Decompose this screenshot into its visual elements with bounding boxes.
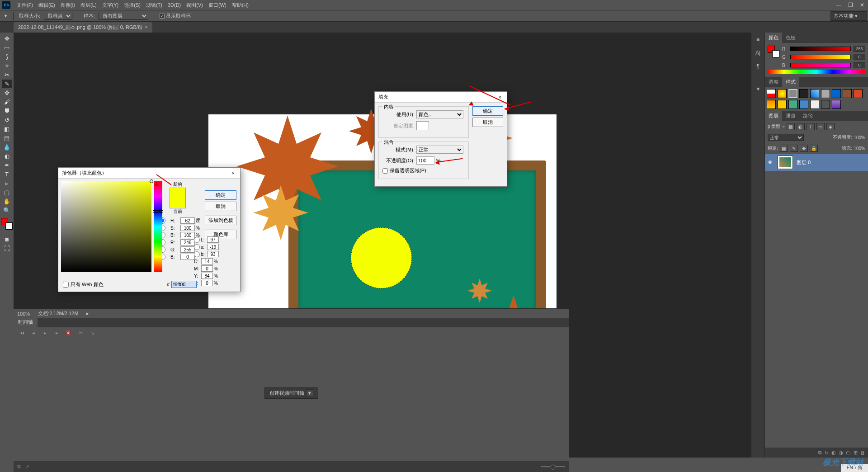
brushes-panel-icon[interactable]: ✦ (753, 84, 763, 94)
blend-mode-dropdown[interactable]: 正常 (768, 134, 804, 141)
close-icon[interactable]: × (230, 170, 236, 176)
healing-tool[interactable]: ✜ (2, 89, 12, 97)
tab-color[interactable]: 颜色 (765, 33, 782, 43)
workspace-mode-dropdown[interactable]: 基本功能 ▾ (830, 11, 867, 21)
style-swatch[interactable] (778, 100, 787, 109)
style-swatch[interactable] (799, 89, 808, 98)
filter-type-icon[interactable]: T (807, 123, 815, 130)
b-slider[interactable] (790, 63, 851, 67)
prev-frame-icon[interactable]: ◂ (30, 330, 37, 336)
filter-pixel-icon[interactable]: ▦ (787, 123, 795, 130)
lock-all-icon[interactable]: 🔒 (810, 145, 818, 152)
hue-slider[interactable] (154, 181, 162, 272)
tab-layers[interactable]: 图层 (765, 111, 782, 121)
g-slider[interactable] (790, 55, 851, 59)
screen-mode-toggle[interactable]: ⛶ (2, 244, 12, 252)
menu-window[interactable]: 窗口(W) (206, 0, 229, 10)
style-swatch[interactable] (788, 89, 797, 98)
tab-swatches[interactable]: 色板 (782, 33, 799, 43)
filter-shape-icon[interactable]: ▭ (816, 123, 825, 130)
lasso-tool[interactable]: ⟆ (2, 52, 12, 61)
minibar-icon[interactable]: ↗ (25, 464, 29, 470)
saturation-field[interactable] (61, 181, 151, 272)
chevron-down-icon[interactable]: ▾ (306, 389, 313, 397)
web-only-checkbox[interactable] (63, 282, 69, 288)
spectrum-bar[interactable] (768, 70, 865, 74)
sample-source-dropdown[interactable]: 所有图层 (99, 12, 148, 20)
picker-cancel-button[interactable]: 取消 (205, 202, 236, 211)
document-tab[interactable]: 2022-12-08_111449_副本.png @ 100% (图层 0, R… (14, 22, 152, 33)
layer-name[interactable]: 图层 0 (797, 159, 811, 166)
new-layer-icon[interactable]: ⊞ (854, 450, 858, 456)
tab-styles[interactable]: 样式 (782, 77, 799, 87)
style-swatch[interactable] (854, 89, 863, 98)
color-swatches[interactable] (1, 218, 13, 230)
zoom-tool[interactable]: 🔍 (2, 206, 12, 214)
type-tool[interactable]: T (2, 170, 12, 178)
style-swatch[interactable] (778, 89, 787, 98)
history-panel-icon[interactable]: ≡ (753, 34, 763, 44)
style-swatch[interactable] (832, 89, 841, 98)
play-icon[interactable]: ▸ (42, 330, 49, 336)
quick-mask-toggle[interactable]: ◙ (2, 235, 12, 243)
color-mini-swatches[interactable] (768, 46, 779, 57)
lock-position-icon[interactable]: ✥ (800, 145, 808, 152)
goto-first-icon[interactable]: ⏮ (18, 330, 25, 336)
shape-tool[interactable]: ▢ (2, 188, 12, 196)
menu-filter[interactable]: 滤镜(T) (143, 0, 165, 10)
fill-use-dropdown[interactable]: 颜色... (416, 110, 463, 118)
hex-input[interactable] (171, 281, 197, 288)
transition-icon[interactable]: ↘ (89, 330, 96, 336)
magic-wand-tool[interactable]: ✧ (2, 61, 12, 70)
filter-adjust-icon[interactable]: ◐ (797, 123, 805, 130)
fill-mode-dropdown[interactable]: 正常 (416, 146, 463, 154)
path-select-tool[interactable]: ▹ (2, 179, 12, 187)
brush-tool[interactable]: 🖌 (2, 98, 12, 106)
close-button[interactable]: ✕ (856, 0, 868, 10)
eraser-tool[interactable]: ◧ (2, 125, 12, 133)
menu-file[interactable]: 文件(F) (14, 0, 36, 10)
pen-tool[interactable]: ✒ (2, 161, 12, 169)
style-swatch[interactable] (843, 89, 852, 98)
gradient-tool[interactable]: ▤ (2, 134, 12, 142)
blur-tool[interactable]: 💧 (2, 143, 12, 151)
lock-transparent-icon[interactable]: ▦ (780, 145, 788, 152)
style-swatch[interactable] (821, 89, 830, 98)
character-panel-icon[interactable]: A| (753, 48, 763, 58)
style-swatch[interactable] (767, 89, 776, 98)
background-color[interactable] (5, 222, 13, 230)
group-icon[interactable]: 🗀 (846, 450, 851, 455)
style-swatch[interactable] (788, 100, 797, 109)
style-swatch[interactable] (832, 100, 841, 109)
tab-channels[interactable]: 通道 (782, 111, 799, 121)
dodge-tool[interactable]: ◐ (2, 152, 12, 160)
maximize-button[interactable]: ❐ (844, 0, 856, 10)
menu-image[interactable]: 图像(I) (58, 0, 78, 10)
minibar-icon[interactable]: ⧉ (17, 464, 21, 470)
tab-paths[interactable]: 路径 (799, 111, 816, 121)
zoom-level[interactable]: 100% (17, 311, 30, 316)
minimize-button[interactable]: — (833, 0, 844, 10)
style-swatch[interactable] (810, 89, 819, 98)
adjustment-icon[interactable]: ◑ (839, 450, 843, 456)
next-frame-icon[interactable]: ▸ (53, 330, 61, 336)
show-sampling-ring-checkbox[interactable]: ✓ 显示取样环 (160, 13, 191, 19)
menu-edit[interactable]: 编辑(E) (36, 0, 58, 10)
close-icon[interactable]: × (145, 25, 148, 30)
menu-select[interactable]: 选择(S) (121, 0, 143, 10)
style-swatch[interactable] (799, 100, 808, 109)
create-timeline-button[interactable]: 创建视频时间轴▾ (264, 387, 318, 399)
link-layers-icon[interactable]: ⧉ (818, 450, 822, 456)
fx-icon[interactable]: fx (825, 450, 829, 455)
menu-type[interactable]: 文字(Y) (99, 0, 122, 10)
style-swatch[interactable] (767, 100, 776, 109)
stamp-tool[interactable]: ⛊ (2, 107, 12, 115)
history-brush-tool[interactable]: ↺ (2, 116, 12, 124)
crop-tool[interactable]: ✂ (2, 71, 12, 79)
scissors-icon[interactable]: ✂ (77, 330, 84, 336)
fill-value[interactable]: 100% (854, 146, 865, 151)
marquee-tool[interactable]: ▭ (2, 43, 12, 52)
opacity-value[interactable]: 100% (854, 135, 865, 140)
trash-icon[interactable]: 🗑 (860, 450, 865, 455)
tab-adjust[interactable]: 调整 (765, 77, 782, 87)
